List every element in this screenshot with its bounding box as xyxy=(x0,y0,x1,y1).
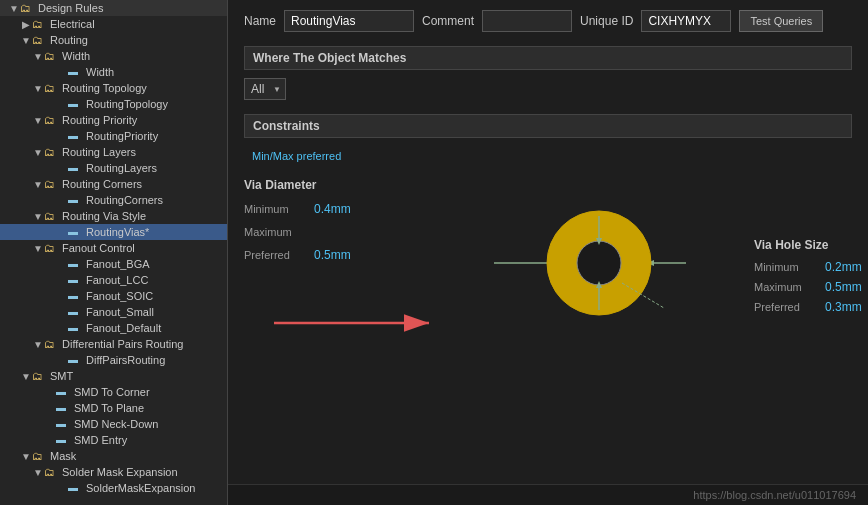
tree-label: Routing Topology xyxy=(62,82,147,94)
tree-item-smd-plane[interactable]: ▶ ▬ SMD To Plane xyxy=(0,400,227,416)
tree-item-diffpairs[interactable]: ▶ ▬ DiffPairsRouting xyxy=(0,352,227,368)
file-icon: ▬ xyxy=(68,354,84,366)
hole-min-value: 0.2mm xyxy=(825,260,862,274)
hole-min-row: Minimum 0.2mm xyxy=(754,260,862,274)
tree-item-smd-entry[interactable]: ▶ ▬ SMD Entry xyxy=(0,432,227,448)
file-icon: ▬ xyxy=(68,306,84,318)
tree-item-routing-topology[interactable]: ▶ ▬ RoutingTopology xyxy=(0,96,227,112)
tree-arrow[interactable]: ▶ xyxy=(20,19,32,30)
tree-item-routing-vias[interactable]: ▶ ▬ RoutingVias* xyxy=(0,224,227,240)
preferred-value: 0.5mm xyxy=(314,248,351,262)
tree-item-design-rules[interactable]: ▼ 🗂 Design Rules xyxy=(0,0,227,16)
tree-arrow[interactable]: ▼ xyxy=(32,179,44,190)
tree-label: Routing Priority xyxy=(62,114,137,126)
tree-item-solder-mask-exp-group[interactable]: ▼ 🗂 Solder Mask Expansion xyxy=(0,464,227,480)
tree-item-fanout-control-group[interactable]: ▼ 🗂 Fanout Control xyxy=(0,240,227,256)
min-value: 0.4mm xyxy=(314,202,351,216)
file-icon: ▬ xyxy=(68,194,84,206)
file-icon: ▬ xyxy=(56,386,72,398)
tree-item-routing-topology-group[interactable]: ▼ 🗂 Routing Topology xyxy=(0,80,227,96)
match-dropdown[interactable]: All xyxy=(244,78,286,100)
tree-arrow[interactable]: ▼ xyxy=(32,51,44,62)
comment-input[interactable] xyxy=(482,10,572,32)
tree-arrow[interactable]: ▼ xyxy=(32,467,44,478)
tree-arrow[interactable]: ▼ xyxy=(32,147,44,158)
max-row: Maximum xyxy=(244,226,424,238)
file-icon: ▬ xyxy=(56,402,72,414)
via-svg xyxy=(444,178,724,348)
tree-item-smd-neckdown[interactable]: ▶ ▬ SMD Neck-Down xyxy=(0,416,227,432)
tree-label: Routing Via Style xyxy=(62,210,146,222)
tree-item-routing-priority[interactable]: ▶ ▬ RoutingPriority xyxy=(0,128,227,144)
tree-arrow[interactable]: ▼ xyxy=(20,35,32,46)
tree-label: RoutingCorners xyxy=(86,194,163,206)
tree-item-fanout-small[interactable]: ▶ ▬ Fanout_Small xyxy=(0,304,227,320)
match-dropdown-wrapper[interactable]: All xyxy=(244,78,286,100)
file-icon: ▬ xyxy=(56,418,72,430)
tree-item-width-group[interactable]: ▼ 🗂 Width xyxy=(0,48,227,64)
tree-label: Fanout_BGA xyxy=(86,258,150,270)
tree-arrow[interactable]: ▼ xyxy=(32,211,44,222)
tree-label: Fanout_Small xyxy=(86,306,154,318)
where-section-header: Where The Object Matches xyxy=(244,46,852,70)
folder-icon: 🗂 xyxy=(44,50,60,62)
red-arrow-container xyxy=(264,308,444,338)
tree-item-routing-via-style-group[interactable]: ▼ 🗂 Routing Via Style xyxy=(0,208,227,224)
tree-label: Solder Mask Expansion xyxy=(62,466,178,478)
tree-item-routing-corners-group[interactable]: ▼ 🗂 Routing Corners xyxy=(0,176,227,192)
max-label: Maximum xyxy=(244,226,314,238)
test-queries-button[interactable]: Test Queries xyxy=(739,10,823,32)
tree-label: Routing xyxy=(50,34,88,46)
preferred-label: Preferred xyxy=(244,249,314,261)
tree-item-routing-layers[interactable]: ▶ ▬ RoutingLayers xyxy=(0,160,227,176)
name-input[interactable] xyxy=(284,10,414,32)
tree-item-routing[interactable]: ▼ 🗂 Routing xyxy=(0,32,227,48)
tree-item-soldermask[interactable]: ▶ ▬ SolderMaskExpansion xyxy=(0,480,227,496)
min-label: Minimum xyxy=(244,203,314,215)
tree-arrow[interactable]: ▼ xyxy=(20,371,32,382)
file-icon: ▬ xyxy=(68,98,84,110)
uniqueid-input[interactable] xyxy=(641,10,731,32)
hole-max-value: 0.5mm xyxy=(825,280,862,294)
tree-label: SMD Entry xyxy=(74,434,127,446)
via-diagram-area: Via Diameter Minimum 0.4mm Maximum Prefe… xyxy=(244,178,852,348)
tree-item-diff-pairs-group[interactable]: ▼ 🗂 Differential Pairs Routing xyxy=(0,336,227,352)
hole-preferred-label: Preferred xyxy=(754,301,819,313)
tree-item-smt[interactable]: ▼ 🗂 SMT xyxy=(0,368,227,384)
tree-item-routing-corners[interactable]: ▶ ▬ RoutingCorners xyxy=(0,192,227,208)
tree-item-fanout-lcc[interactable]: ▶ ▬ Fanout_LCC xyxy=(0,272,227,288)
tree-label: Differential Pairs Routing xyxy=(62,338,183,350)
left-constraints: Via Diameter Minimum 0.4mm Maximum Prefe… xyxy=(244,178,424,272)
tree-label: Routing Corners xyxy=(62,178,142,190)
tree-label: Electrical xyxy=(50,18,95,30)
tree-arrow[interactable]: ▼ xyxy=(32,83,44,94)
tree-panel[interactable]: ▼ 🗂 Design Rules ▶ 🗂 Electrical ▼ 🗂 Rout… xyxy=(0,0,228,505)
tree-arrow[interactable]: ▼ xyxy=(8,3,20,14)
hole-max-row: Maximum 0.5mm xyxy=(754,280,862,294)
tree-arrow[interactable]: ▼ xyxy=(32,243,44,254)
tree-item-smd-corner[interactable]: ▶ ▬ SMD To Corner xyxy=(0,384,227,400)
tree-item-routing-priority-group[interactable]: ▼ 🗂 Routing Priority xyxy=(0,112,227,128)
file-icon: ▬ xyxy=(68,162,84,174)
folder-icon: 🗂 xyxy=(32,370,48,382)
tree-label: Fanout Control xyxy=(62,242,135,254)
folder-icon: 🗂 xyxy=(32,450,48,462)
comment-label: Comment xyxy=(422,14,474,28)
tree-item-routing-layers-group[interactable]: ▼ 🗂 Routing Layers xyxy=(0,144,227,160)
tree-item-mask[interactable]: ▼ 🗂 Mask xyxy=(0,448,227,464)
tree-label: RoutingLayers xyxy=(86,162,157,174)
tree-arrow[interactable]: ▼ xyxy=(32,339,44,350)
tree-item-fanout-default[interactable]: ▶ ▬ Fanout_Default xyxy=(0,320,227,336)
folder-icon: 🗂 xyxy=(44,114,60,126)
tree-item-electrical[interactable]: ▶ 🗂 Electrical xyxy=(0,16,227,32)
tree-label: Width xyxy=(86,66,114,78)
tree-arrow[interactable]: ▼ xyxy=(32,115,44,126)
folder-icon: 🗂 xyxy=(44,82,60,94)
tree-label: SMT xyxy=(50,370,73,382)
tree-item-fanout-bga[interactable]: ▶ ▬ Fanout_BGA xyxy=(0,256,227,272)
preferred-row: Preferred 0.5mm xyxy=(244,248,424,262)
tree-item-fanout-soic[interactable]: ▶ ▬ Fanout_SOIC xyxy=(0,288,227,304)
tree-arrow[interactable]: ▼ xyxy=(20,451,32,462)
tree-item-width[interactable]: ▶ ▬ Width xyxy=(0,64,227,80)
hole-preferred-row: Preferred 0.3mm xyxy=(754,300,862,314)
